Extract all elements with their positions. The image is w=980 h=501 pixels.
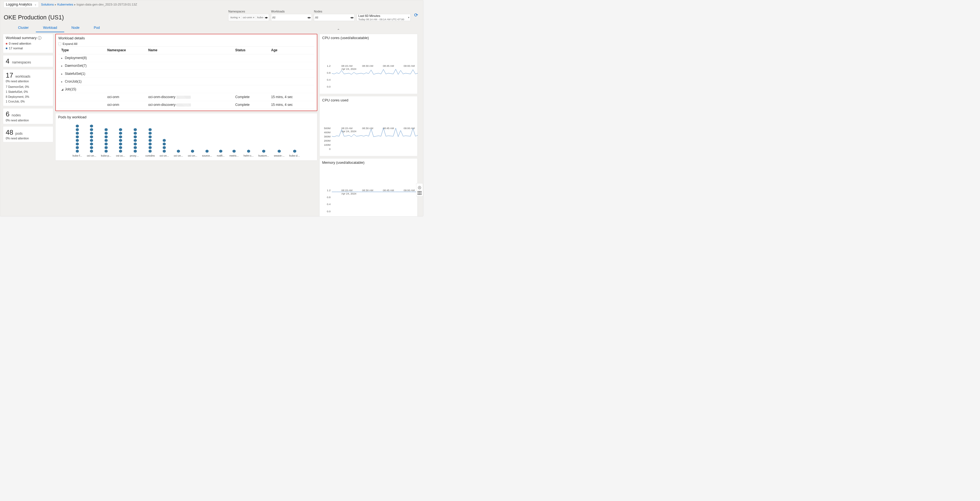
hex-pod-icon bbox=[119, 150, 122, 153]
hex-pod-icon bbox=[262, 150, 265, 153]
hex-pod-icon bbox=[90, 132, 93, 135]
filter-nodes-label: Nodes bbox=[314, 10, 355, 13]
table-row[interactable]: oci-onmoci-onm-discovery-Complete15 mins… bbox=[59, 101, 314, 108]
chip[interactable]: kube- bbox=[256, 15, 265, 20]
chevron-right-icon: ▸ bbox=[61, 65, 64, 68]
breadcrumb: Solutions ▸ Kubernetes ▸ logan-data-gen-… bbox=[41, 3, 137, 6]
brand-dropdown[interactable]: Logging Analytics ⌄ bbox=[3, 2, 38, 8]
tab-node[interactable]: Node bbox=[64, 25, 87, 32]
tab-cluster[interactable]: Cluster bbox=[11, 25, 36, 32]
chip-scroll[interactable]: ◂▸ bbox=[350, 16, 354, 19]
redacted bbox=[177, 96, 191, 99]
chart[interactable]: 500M400M300M200M100M0 08:15 AM08:30 AM08… bbox=[322, 127, 415, 154]
close-icon[interactable]: ✕ bbox=[239, 16, 240, 19]
chart[interactable]: 1.20.80.40.0 08:15 AM08:30 AM08:45 AM09:… bbox=[322, 189, 415, 216]
hex-pod-icon bbox=[76, 128, 79, 131]
card-title: Workload details bbox=[59, 36, 314, 40]
chip-scroll[interactable]: ◂▸ bbox=[307, 16, 311, 19]
pods-viz: kube-f...oci-on...kube-p...csi-oc...prox… bbox=[58, 121, 315, 158]
table-group-row[interactable]: ▸Deployment(8) bbox=[59, 54, 314, 62]
expand-all-checkbox[interactable]: Expand All bbox=[59, 42, 78, 45]
pods-col[interactable]: metric... bbox=[229, 150, 239, 157]
pods-col[interactable]: notifi... bbox=[217, 150, 224, 157]
hex-pod-icon bbox=[134, 135, 137, 138]
chevron-down-icon: ⌄ bbox=[34, 3, 37, 6]
pods-col[interactable]: csi-oc... bbox=[116, 128, 125, 157]
pods-col[interactable]: kube-dns-autoscaler bbox=[289, 150, 300, 157]
pods-col[interactable]: weave-... bbox=[274, 150, 285, 157]
pods-col-label: kube-p... bbox=[101, 154, 111, 157]
breadcrumb-sep: ▸ bbox=[74, 3, 76, 6]
hex-pod-icon bbox=[105, 135, 108, 138]
y-axis: 1.20.80.40.0 bbox=[322, 189, 331, 213]
life-ring-icon[interactable]: ◎ bbox=[418, 185, 422, 190]
pods-col[interactable]: kube-f... bbox=[73, 124, 82, 157]
hex-pod-icon bbox=[205, 150, 208, 153]
pods-col-label: oci-on... bbox=[188, 154, 197, 157]
breadcrumb-solutions[interactable]: Solutions bbox=[41, 3, 54, 6]
pods-col-label: kube-f... bbox=[73, 154, 82, 157]
chart-title: Memory (used/allocatable) bbox=[322, 160, 415, 164]
filter-workloads[interactable]: All ◂▸ bbox=[271, 14, 312, 21]
refresh-button[interactable]: ⟳ bbox=[413, 12, 420, 18]
pods-col[interactable]: helm-c... bbox=[243, 150, 254, 157]
dot-normal-icon bbox=[6, 48, 8, 49]
hex-pod-icon bbox=[149, 146, 152, 149]
tab-workload[interactable]: Workload bbox=[36, 25, 64, 32]
pods-col[interactable]: coredns bbox=[145, 128, 155, 157]
pods-col[interactable]: kustom... bbox=[258, 150, 269, 157]
filter-nodes[interactable]: All ◂▸ bbox=[314, 14, 355, 21]
pods-col[interactable]: source... bbox=[202, 150, 212, 157]
chevron-down-icon: ◢ bbox=[61, 88, 64, 91]
table-group-row[interactable]: ▸CronJob(1) bbox=[59, 78, 314, 85]
collapse-filters-button[interactable]: ⌃ bbox=[336, 28, 341, 33]
breadcrumb-kubernetes[interactable]: Kubernetes bbox=[57, 3, 73, 6]
hex-pod-icon bbox=[149, 139, 152, 142]
chevron-right-icon: ▸ bbox=[61, 80, 64, 83]
filter-namespaces-label: Namespaces bbox=[228, 10, 269, 13]
apps-icon[interactable] bbox=[418, 191, 422, 195]
hex-pod-icon bbox=[90, 128, 93, 131]
table-group-row[interactable]: ▸DaemonSet(7) bbox=[59, 62, 314, 70]
close-icon[interactable]: ✕ bbox=[253, 16, 255, 19]
pods-col-label: source... bbox=[202, 154, 212, 157]
table-group-row[interactable]: ◢Job(15) bbox=[59, 85, 314, 93]
pods-col[interactable]: kube-p... bbox=[101, 128, 111, 157]
chart[interactable]: 1.20.80.40.0 08:15 AM08:30 AM08:45 AM09:… bbox=[322, 64, 415, 92]
filter-workloads-label: Workloads bbox=[271, 10, 312, 13]
hex-pod-icon bbox=[149, 150, 152, 153]
chip[interactable]: oci-onm✕ bbox=[242, 15, 256, 20]
chevron-right-icon: ▸ bbox=[61, 72, 64, 75]
redacted bbox=[177, 103, 191, 107]
chip-scroll[interactable]: ◂▸ bbox=[265, 16, 268, 19]
filter-namespaces[interactable]: itoring✕ oci-onm✕ kube- ◂▸ bbox=[228, 14, 269, 21]
pods-col-label: oci-on... bbox=[159, 154, 169, 157]
help-floater[interactable]: ◎ bbox=[416, 183, 423, 196]
hex-pod-icon bbox=[278, 150, 281, 153]
time-picker[interactable]: Last 60 Minutes Today 08:14 AM - 09:14 A… bbox=[357, 14, 410, 21]
chart-card: CPU cores (used/allocatable) 1.20.80.40.… bbox=[320, 34, 417, 94]
hex-pod-icon bbox=[105, 142, 108, 145]
tab-pod[interactable]: Pod bbox=[87, 25, 107, 32]
hex-pod-icon bbox=[163, 146, 166, 149]
table-row[interactable]: oci-onmoci-onm-discovery Complete15 mins… bbox=[59, 93, 314, 101]
hex-pod-icon bbox=[134, 142, 137, 145]
info-icon[interactable]: i bbox=[38, 36, 41, 40]
pods-col-label: helm-c... bbox=[243, 154, 254, 157]
pods-col-label: csi-oc... bbox=[116, 154, 125, 157]
breadcrumb-current: logan-data-gen-dev_2023-10-25T19:01:13Z bbox=[77, 3, 137, 6]
pods-col[interactable]: oci-on... bbox=[87, 124, 96, 157]
table-group-row[interactable]: ▸StatefulSet(1) bbox=[59, 70, 314, 78]
list-item: 1 StatefulSet, 0% bbox=[6, 89, 51, 94]
hex-pod-icon bbox=[163, 150, 166, 153]
pods-col[interactable]: oci-on... bbox=[188, 150, 197, 157]
hex-pod-icon bbox=[219, 150, 222, 153]
chip[interactable]: itoring✕ bbox=[229, 15, 242, 20]
list-item: 8 Deployment, 0% bbox=[6, 94, 51, 99]
chart-svg bbox=[332, 127, 418, 150]
pods-col[interactable]: oci-on... bbox=[173, 150, 183, 157]
stat-pods: 48pods 0% need attention bbox=[3, 126, 53, 142]
pods-col[interactable]: proxym... bbox=[130, 128, 141, 157]
pods-col[interactable]: oci-on... bbox=[159, 139, 169, 157]
hex-pod-icon bbox=[134, 132, 137, 135]
